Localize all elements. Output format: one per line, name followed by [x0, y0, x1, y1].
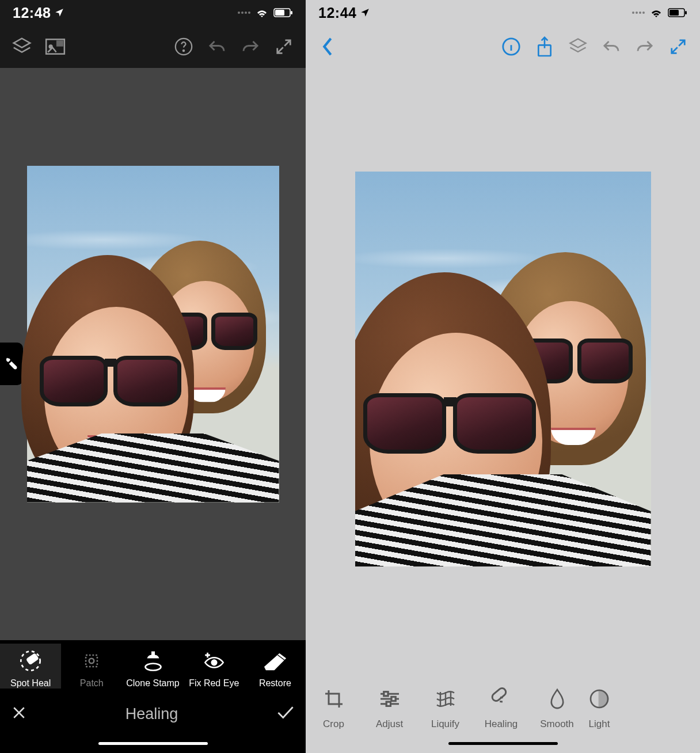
tool-spot-heal[interactable]: Spot Heal — [0, 644, 61, 689]
before-after-icon[interactable] — [44, 35, 67, 58]
svg-rect-1 — [275, 10, 284, 16]
tool-crop[interactable]: Crop — [306, 687, 362, 730]
tool-label: Crop — [323, 718, 344, 730]
location-icon — [54, 7, 64, 18]
svg-point-6 — [183, 50, 184, 51]
tool-label: Liquify — [431, 718, 459, 730]
tool-light[interactable]: Light — [585, 687, 614, 730]
svg-rect-9 — [86, 655, 97, 667]
redo-icon[interactable] — [239, 35, 262, 58]
undo-icon[interactable] — [600, 35, 623, 58]
svg-point-12 — [211, 660, 216, 665]
brush-tool-tab[interactable] — [0, 343, 23, 385]
mode-row: Healing — [0, 694, 306, 733]
tool-clone-stamp[interactable]: Clone Stamp — [122, 644, 183, 689]
tool-label: Fix Red Eye — [189, 678, 239, 689]
tool-label: Light — [589, 718, 610, 730]
layers-icon[interactable] — [10, 35, 33, 58]
cancel-button[interactable] — [10, 704, 28, 724]
fullscreen-icon[interactable] — [667, 35, 690, 58]
svg-rect-24 — [490, 687, 507, 702]
status-bar: 12:48 — [0, 0, 306, 25]
info-icon[interactable] — [500, 35, 523, 58]
canvas-area[interactable] — [306, 68, 700, 670]
healing-tool-row: Spot Heal Patch Clone Stamp Fix Red Eye … — [0, 640, 306, 694]
location-icon — [360, 7, 370, 18]
top-toolbar — [306, 25, 700, 68]
time-text: 12:48 — [13, 5, 51, 21]
tool-label: Spot Heal — [10, 678, 51, 689]
svg-point-11 — [145, 664, 161, 671]
tool-label: Adjust — [376, 718, 403, 730]
tool-label: Patch — [80, 678, 104, 689]
top-toolbar — [0, 25, 306, 68]
photo[interactable] — [355, 172, 651, 566]
back-button[interactable] — [316, 35, 339, 58]
cellular-dots-icon — [238, 12, 250, 14]
main-tool-row: Crop Adjust Liquify Healing Smooth Light — [306, 670, 700, 733]
tool-label: Restore — [259, 678, 291, 689]
home-indicator[interactable] — [306, 733, 700, 753]
right-pane: 12:44 — [306, 0, 700, 753]
tool-fix-red-eye[interactable]: Fix Red Eye — [184, 644, 245, 689]
svg-rect-15 — [685, 11, 687, 14]
home-indicator[interactable] — [0, 733, 306, 753]
cellular-dots-icon — [632, 12, 645, 14]
svg-rect-14 — [669, 10, 679, 16]
fullscreen-icon[interactable] — [272, 35, 295, 58]
wifi-icon — [649, 7, 663, 18]
tool-label: Smooth — [540, 718, 574, 730]
tool-adjust[interactable]: Adjust — [362, 687, 417, 730]
tool-patch[interactable]: Patch — [61, 644, 122, 689]
tool-restore[interactable]: Restore — [245, 644, 306, 689]
canvas-area[interactable] — [0, 68, 306, 640]
wifi-icon — [255, 7, 269, 18]
status-time: 12:44 — [318, 5, 370, 21]
status-time: 12:48 — [13, 5, 64, 21]
layers-icon[interactable] — [566, 35, 589, 58]
svg-point-10 — [89, 659, 94, 664]
confirm-button[interactable] — [276, 705, 295, 723]
left-pane: 12:48 — [0, 0, 306, 753]
tool-label: Clone Stamp — [126, 678, 180, 689]
mode-title: Healing — [28, 705, 276, 723]
tool-smooth[interactable]: Smooth — [529, 687, 585, 730]
time-text: 12:44 — [318, 5, 356, 21]
help-icon[interactable] — [172, 35, 195, 58]
tool-liquify[interactable]: Liquify — [417, 687, 473, 730]
battery-icon — [668, 8, 687, 17]
status-bar: 12:44 — [306, 0, 700, 25]
undo-icon[interactable] — [206, 35, 229, 58]
svg-rect-2 — [291, 11, 292, 14]
tool-label: Healing — [485, 718, 518, 730]
redo-icon[interactable] — [633, 35, 656, 58]
photo[interactable] — [27, 166, 279, 503]
tool-healing[interactable]: Healing — [473, 687, 529, 730]
battery-icon — [273, 8, 293, 17]
share-icon[interactable] — [533, 35, 556, 58]
svg-rect-8 — [27, 654, 38, 664]
bottom-panel: Spot Heal Patch Clone Stamp Fix Red Eye … — [0, 640, 306, 753]
